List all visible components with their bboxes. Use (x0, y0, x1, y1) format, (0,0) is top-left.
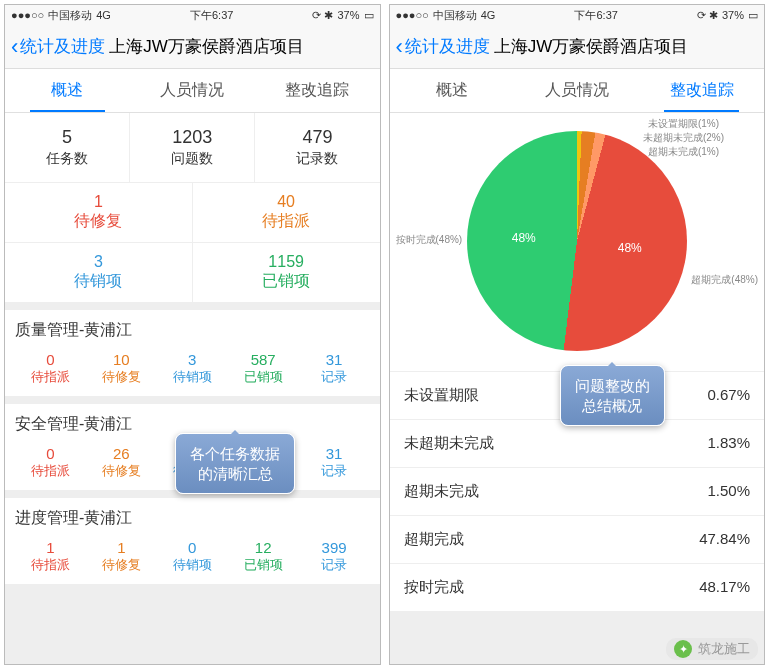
battery-pct: 37% (337, 9, 359, 21)
network: 4G (96, 9, 111, 21)
stat-pending-destroy[interactable]: 3 待销项 (5, 243, 193, 302)
annotation-callout: 各个任务数据 的清晰汇总 (175, 433, 295, 494)
carrier: 中国移动 (48, 8, 92, 23)
content-scroll[interactable]: 5 任务数 1203 问题数 479 记录数 1 待修复 40 (5, 113, 380, 664)
status-icons: ⟳ ✱ (697, 9, 718, 22)
signal-dots: ●●●○○ (11, 9, 44, 21)
list-item[interactable]: 未超期未完成1.83% (390, 419, 765, 467)
task-card[interactable]: 进度管理-黄浦江 1待指派 1待修复 0待销项 12已销项 399记录 (5, 498, 380, 584)
clock: 下午6:37 (190, 8, 233, 23)
nav-bar: ‹ 统计及进度 上海JW万豪侯爵酒店项目 (5, 25, 380, 69)
battery-pct: 37% (722, 9, 744, 21)
nav-bar: ‹ 统计及进度 上海JW万豪侯爵酒店项目 (390, 25, 765, 69)
list-item[interactable]: 超期未完成1.50% (390, 467, 765, 515)
stat-records[interactable]: 479 记录数 (255, 113, 379, 182)
stat-issues[interactable]: 1203 问题数 (130, 113, 255, 182)
back-label: 统计及进度 (405, 35, 490, 58)
network: 4G (481, 9, 496, 21)
battery-icon: ▭ (748, 9, 758, 22)
signal-dots: ●●●○○ (396, 9, 429, 21)
status-icons: ⟳ ✱ (312, 9, 333, 22)
watermark-text: 筑龙施工 (698, 640, 750, 658)
tab-track[interactable]: 整改追踪 (255, 69, 380, 112)
legend-top: 未设置期限(1%) 未超期未完成(2%) 超期未完成(1%) (643, 117, 724, 159)
pie-pct-right: 48% (618, 241, 642, 255)
tab-bar: 概述 人员情况 整改追踪 (5, 69, 380, 113)
chevron-left-icon: ‹ (396, 36, 403, 58)
carrier: 中国移动 (433, 8, 477, 23)
page-title: 上海JW万豪侯爵酒店项目 (109, 35, 304, 58)
battery-icon: ▭ (364, 9, 374, 22)
tab-overview[interactable]: 概述 (5, 69, 130, 112)
tab-track[interactable]: 整改追踪 (639, 69, 764, 112)
pie-pct-left: 48% (512, 231, 536, 245)
status-bar: ●●●○○ 中国移动 4G 下午6:37 ⟳ ✱ 37% ▭ (390, 5, 765, 25)
stat-done[interactable]: 1159 已销项 (193, 243, 380, 302)
clock: 下午6:37 (574, 8, 617, 23)
phone-overview: ●●●○○ 中国移动 4G 下午6:37 ⟳ ✱ 37% ▭ ‹ 统计及进度 上… (4, 4, 381, 665)
back-button[interactable]: ‹ 统计及进度 (396, 35, 490, 58)
task-title: 进度管理-黄浦江 (15, 508, 370, 529)
tab-bar: 概述 人员情况 整改追踪 (390, 69, 765, 113)
legend-right: 超期完成(48%) (691, 273, 758, 287)
pie-chart[interactable]: 未设置期限(1%) 未超期未完成(2%) 超期未完成(1%) 48% 48% 按… (390, 113, 765, 371)
tab-people[interactable]: 人员情况 (514, 69, 639, 112)
stat-pending-assign[interactable]: 40 待指派 (193, 183, 380, 242)
annotation-callout: 问题整改的 总结概况 (560, 365, 665, 426)
status-bar: ●●●○○ 中国移动 4G 下午6:37 ⟳ ✱ 37% ▭ (5, 5, 380, 25)
tab-overview[interactable]: 概述 (390, 69, 515, 112)
task-title: 质量管理-黄浦江 (15, 320, 370, 341)
task-title: 安全管理-黄浦江 (15, 414, 370, 435)
back-label: 统计及进度 (20, 35, 105, 58)
stat-tasks[interactable]: 5 任务数 (5, 113, 130, 182)
summary-card: 5 任务数 1203 问题数 479 记录数 1 待修复 40 (5, 113, 380, 302)
list-item[interactable]: 按时完成48.17% (390, 563, 765, 611)
list-item[interactable]: 超期完成47.84% (390, 515, 765, 563)
pie-graphic: 48% 48% (467, 131, 687, 351)
phone-tracking: ●●●○○ 中国移动 4G 下午6:37 ⟳ ✱ 37% ▭ ‹ 统计及进度 上… (389, 4, 766, 665)
task-card[interactable]: 质量管理-黄浦江 0待指派 10待修复 3待销项 587已销项 31记录 (5, 310, 380, 396)
tab-people[interactable]: 人员情况 (130, 69, 255, 112)
legend-left: 按时完成(48%) (396, 233, 463, 247)
stat-pending-fix[interactable]: 1 待修复 (5, 183, 193, 242)
chevron-left-icon: ‹ (11, 36, 18, 58)
wechat-icon: ✦ (674, 640, 692, 658)
back-button[interactable]: ‹ 统计及进度 (11, 35, 105, 58)
page-title: 上海JW万豪侯爵酒店项目 (494, 35, 689, 58)
watermark: ✦ 筑龙施工 (666, 638, 758, 660)
